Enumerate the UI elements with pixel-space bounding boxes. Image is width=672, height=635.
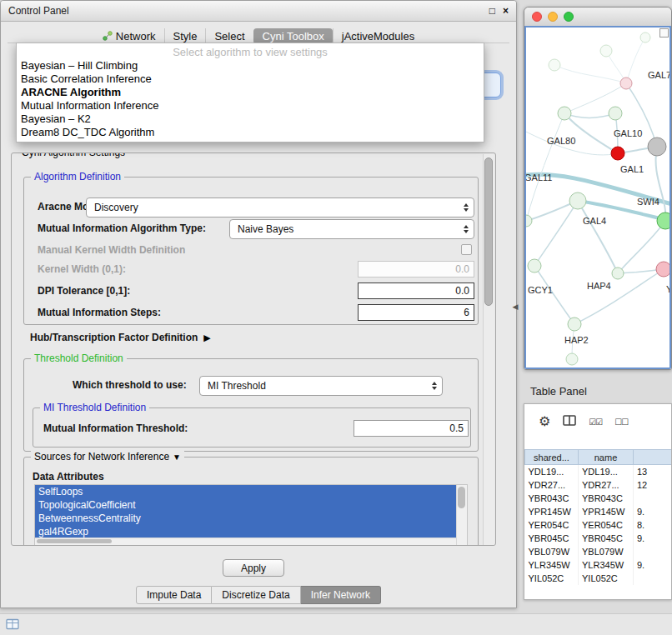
- table-cell[interactable]: YER054C: [525, 518, 579, 532]
- table-cell[interactable]: 9.: [634, 532, 672, 545]
- algorithm-option-dream8-dc-tdc-algorithm[interactable]: Dream8 DC_TDC Algorithm: [17, 126, 484, 139]
- gear-icon[interactable]: ⚙: [539, 415, 550, 428]
- table-cell[interactable]: YBR045C: [579, 532, 634, 545]
- network-node[interactable]: [640, 32, 650, 42]
- table-cell[interactable]: YBL079W: [525, 545, 579, 558]
- hub-definition-toggle[interactable]: Hub/Transcription Factor Definition ▶: [30, 332, 211, 343]
- zoom-traffic-light[interactable]: [564, 12, 574, 22]
- mi-threshold-field[interactable]: 0.5: [354, 420, 469, 437]
- network-node[interactable]: [569, 192, 586, 209]
- table-row[interactable]: YER054CYER054C8.: [525, 518, 672, 532]
- table-cell[interactable]: YPR145W: [579, 505, 634, 518]
- minimize-traffic-light[interactable]: [548, 12, 558, 22]
- attribute-item-betweennesscentrality[interactable]: BetweennessCentrality: [35, 512, 456, 525]
- attribute-item-selfloops[interactable]: SelfLoops: [35, 485, 456, 498]
- tab-style[interactable]: Style: [164, 28, 206, 44]
- tab-select[interactable]: Select: [205, 28, 253, 44]
- table-cell[interactable]: 9.: [634, 558, 672, 572]
- list-horizontal-scrollbar[interactable]: [35, 538, 456, 545]
- table-cell[interactable]: YDR27...: [525, 478, 579, 492]
- apply-button[interactable]: Apply: [223, 559, 284, 577]
- table-cell[interactable]: YBL079W: [579, 545, 634, 558]
- data-attributes-list[interactable]: SelfLoopsTopologicalCoefficientBetweenne…: [34, 484, 468, 546]
- close-traffic-light[interactable]: [532, 12, 542, 22]
- tab-cyni-toolbox[interactable]: Cyni Toolbox: [253, 28, 333, 44]
- table-cell[interactable]: 12: [634, 478, 672, 492]
- aracne-mode-select[interactable]: Discovery: [86, 198, 474, 218]
- algorithm-option-bayesian-hill-climbing[interactable]: Bayesian – Hill Climbing: [17, 59, 484, 72]
- table-cell[interactable]: [634, 572, 672, 585]
- table-cell[interactable]: YDL19...: [579, 465, 634, 479]
- network-node[interactable]: [611, 147, 624, 160]
- column-header-shared[interactable]: shared...: [525, 450, 579, 465]
- unselect-all-columns-icon[interactable]: ☐☐: [614, 418, 628, 427]
- table-row[interactable]: YLR345WYLR345W9.: [525, 558, 672, 572]
- table-row[interactable]: YBR045CYBR045C9.: [525, 532, 672, 545]
- network-node[interactable]: [620, 78, 632, 89]
- table-cell[interactable]: YBR043C: [525, 492, 579, 505]
- table-cell[interactable]: 13: [634, 465, 672, 479]
- network-edge[interactable]: [626, 38, 645, 83]
- dpi-tolerance-field[interactable]: 0.0: [358, 282, 474, 299]
- table-cell[interactable]: YLR345W: [579, 558, 634, 572]
- network-node[interactable]: [549, 59, 560, 71]
- network-canvas[interactable]: GAL80GAL10GAL11GAL1SWI4GAL4GCY1HAP4HAP2G…: [524, 26, 671, 369]
- bottom-tab-impute-data[interactable]: Impute Data: [136, 586, 212, 604]
- table-cell[interactable]: YIL052C: [579, 572, 634, 585]
- list-vertical-scrollbar[interactable]: [456, 485, 467, 545]
- network-node[interactable]: [612, 268, 624, 279]
- attribute-item-topologicalcoefficient[interactable]: TopologicalCoefficient: [35, 498, 456, 512]
- table-cell[interactable]: [634, 492, 672, 505]
- table-row[interactable]: YBL079WYBL079W: [525, 545, 672, 558]
- table-row[interactable]: YBR043CYBR043C: [525, 492, 672, 505]
- birdseye-toggle[interactable]: [659, 28, 669, 38]
- table-row[interactable]: YIL052CYIL052C: [525, 572, 672, 585]
- table-cell[interactable]: 9.: [634, 505, 672, 518]
- network-edge[interactable]: [564, 113, 618, 153]
- network-edge[interactable]: [564, 113, 615, 118]
- network-node[interactable]: [528, 259, 541, 272]
- table-cell[interactable]: [634, 545, 672, 558]
- table-row[interactable]: YDR27...YDR27...12: [525, 478, 672, 492]
- column-browser-icon[interactable]: [563, 414, 576, 429]
- network-node[interactable]: [648, 138, 666, 156]
- tab-jactivemodules[interactable]: jActiveModules: [333, 28, 423, 44]
- network-node[interactable]: [600, 45, 612, 57]
- algorithm-option-basic-correlation-inference[interactable]: Basic Correlation Inference: [17, 72, 484, 86]
- sources-group-title[interactable]: Sources for Network Inference ▼: [31, 451, 184, 462]
- network-node[interactable]: [526, 215, 532, 227]
- table-cell[interactable]: YIL052C: [525, 572, 579, 585]
- network-node[interactable]: [656, 262, 671, 277]
- float-window-icon[interactable]: □: [489, 6, 495, 16]
- table-cell[interactable]: YBR045C: [525, 532, 579, 545]
- table-cell[interactable]: YBR043C: [579, 492, 634, 505]
- settings-scrollbar[interactable]: [483, 154, 494, 546]
- control-panel-titlebar[interactable]: Control Panel □ ×: [1, 1, 516, 22]
- manual-kernel-checkbox[interactable]: [461, 244, 472, 255]
- close-window-icon[interactable]: ×: [503, 6, 509, 16]
- table-row[interactable]: YPR145WYPR145W9.: [525, 505, 672, 518]
- table-row[interactable]: YDL19...YDL19...13: [525, 465, 672, 479]
- network-node[interactable]: [566, 353, 578, 365]
- column-header-extra[interactable]: [634, 450, 672, 465]
- select-all-columns-icon[interactable]: ☑☑: [589, 418, 602, 427]
- mi-type-select[interactable]: Naive Bayes: [229, 219, 474, 239]
- algorithm-option-mutual-information-inference[interactable]: Mutual Information Inference: [17, 99, 484, 112]
- network-window-titlebar[interactable]: [524, 8, 671, 27]
- table-cell[interactable]: 8.: [634, 518, 672, 532]
- network-edge[interactable]: [526, 113, 564, 221]
- table-cell[interactable]: YLR345W: [525, 558, 579, 572]
- algorithm-option-bayesian-k2[interactable]: Bayesian – K2: [17, 112, 484, 126]
- network-node[interactable]: [568, 318, 581, 331]
- table-cell[interactable]: YER054C: [579, 518, 634, 532]
- network-node[interactable]: [657, 212, 671, 229]
- settings-scrollbar-thumb[interactable]: [484, 158, 493, 306]
- table-cell[interactable]: YDL19...: [525, 465, 579, 479]
- which-threshold-select[interactable]: MI Threshold: [199, 376, 443, 396]
- algorithm-option-aracne-algorithm[interactable]: ARACNE Algorithm: [17, 86, 484, 99]
- network-edge[interactable]: [578, 201, 618, 273]
- network-node[interactable]: [609, 107, 622, 120]
- network-edge[interactable]: [554, 65, 626, 83]
- list-hscroll-thumb[interactable]: [37, 539, 112, 543]
- panel-collapse-grip[interactable]: ◀: [510, 300, 520, 313]
